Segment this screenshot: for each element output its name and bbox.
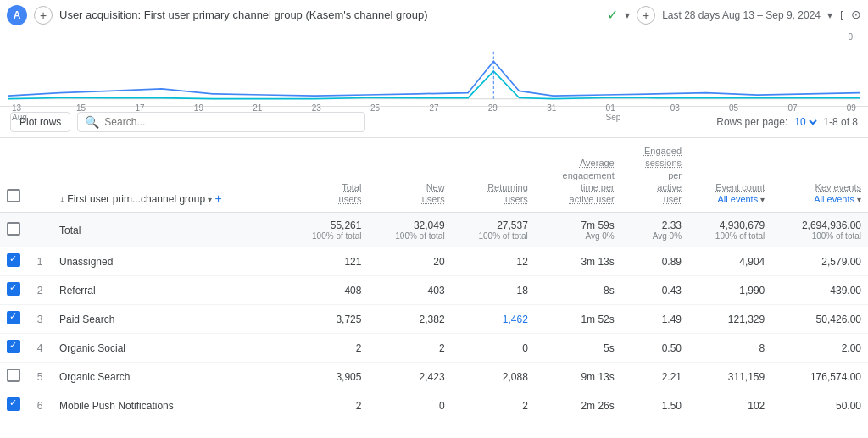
row-5-val-6: 50.00 [771,391,868,418]
header-icons: ⫿ ⊙ [839,8,861,23]
select-all-checkbox[interactable] [7,189,20,202]
row-checkbox-cell[interactable] [0,247,27,276]
row-checkbox[interactable] [7,397,20,411]
row-5-val-2: 2 [452,391,535,418]
row-1-val-5: 1,990 [688,276,771,305]
chart-area: 0 13Aug 15 17 19 21 23 25 27 29 31 01Sep… [0,30,868,107]
row-checkbox-cell[interactable] [0,391,27,418]
row-5-val-5: 102 [688,391,771,418]
col-total-users: Totalusers [285,138,368,213]
row-name-cell: Mobile Push Notifications [53,391,285,418]
row-0-val-0: 121 [285,247,368,276]
row-1-val-2: 18 [452,276,535,305]
row-name-cell: Unassigned [53,247,285,276]
dimension-col-header: ↓ First user prim...channel group ▾ + [53,138,285,213]
row-checkbox[interactable] [7,282,20,296]
row-checkbox[interactable] [7,311,20,324]
row-4-val-0: 3,905 [285,363,368,391]
table-row: 2 Referral 408403188s0.431,990439.00 [0,276,868,305]
col-avg-engagement: Averageengagementtime peractive user [535,138,621,213]
add-report-button[interactable]: + [637,6,655,25]
col-engaged-sessions: Engagedsessionsperactiveuser [621,138,688,213]
row-2-val-0: 3,725 [285,305,368,334]
total-value-4: 2.33 Avg 0% [621,213,688,247]
row-5-val-3: 2m 26s [535,391,621,418]
row-2-val-6: 50,426.00 [771,305,868,334]
page-title: User acquisition: First user primary cha… [59,8,600,21]
dimension-group-button[interactable]: ↓ First user prim...channel group ▾ [59,193,212,205]
avatar: A [7,5,27,25]
row-1-val-6: 439.00 [771,276,868,305]
dropdown-icon[interactable]: ▾ [625,9,630,21]
total-value-3: 7m 59s Avg 0% [535,213,621,247]
row-num-cell: 4 [27,334,53,363]
row-4-val-6: 176,574.00 [771,363,868,391]
row-4-val-1: 2,423 [368,363,451,391]
row-2-val-4: 1.49 [621,305,688,334]
key-events-filter-button[interactable]: All events ▾ [814,194,861,204]
header-bar: A + User acquisition: First user primary… [0,0,868,30]
compare-icon[interactable]: ⫿ [839,8,846,23]
row-num-cell: 3 [27,305,53,334]
row-checkbox-cell[interactable] [0,334,27,363]
row-num-cell: 2 [27,276,53,305]
total-value-6: 2,694,936.00 100% of total [771,213,868,247]
table-row: 1 Unassigned 12120123m 13s0.894,9042,579… [0,247,868,276]
row-5-val-0: 2 [285,391,368,418]
row-checkbox[interactable] [7,369,20,382]
row-0-val-2: 12 [452,247,535,276]
add-dimension-button[interactable]: + [214,191,221,205]
row-2-val-1: 2,382 [368,305,451,334]
header-right: Last 28 days Aug 13 – Sep 9, 2024 ▾ [662,9,832,21]
table-row: 3 Paid Search 3,7252,3821,4621m 52s1.491… [0,305,868,334]
table-row: 5 Organic Search 3,9052,4232,0889m 13s2.… [0,363,868,391]
row-checkbox-cell[interactable] [0,276,27,305]
chart-labels: 13Aug 15 17 19 21 23 25 27 29 31 01Sep 0… [8,103,860,122]
row-num-cell: 5 [27,363,53,391]
date-range[interactable]: Last 28 days Aug 13 – Sep 9, 2024 [662,9,821,21]
row-3-val-0: 2 [285,334,368,363]
col-event-count: Event count All events ▾ [688,138,771,213]
row-0-val-4: 0.89 [621,247,688,276]
row-1-val-3: 8s [535,276,621,305]
row-3-val-2: 0 [452,334,535,363]
select-all-header [0,138,27,213]
row-3-val-6: 2.00 [771,334,868,363]
date-dropdown-icon[interactable]: ▾ [827,9,832,21]
row-1-val-4: 0.43 [621,276,688,305]
row-checkbox-cell[interactable] [0,305,27,334]
row-1-val-0: 408 [285,276,368,305]
row-3-val-5: 8 [688,334,771,363]
row-5-val-1: 0 [368,391,451,418]
share-icon[interactable]: ⊙ [851,8,861,23]
row-checkbox[interactable] [7,253,20,267]
total-value-0: 55,261 100% of total [285,213,368,247]
row-name-cell: Organic Social [53,334,285,363]
table-row: 4 Organic Social 2205s0.5082.00 [0,334,868,363]
total-checkbox-cell[interactable] [0,213,27,247]
data-table: ↓ First user prim...channel group ▾ + To… [0,138,868,418]
row-0-val-1: 20 [368,247,451,276]
table-container: ↓ First user prim...channel group ▾ + To… [0,138,868,418]
num-col-header [27,138,53,213]
total-value-5: 4,930,679 100% of total [688,213,771,247]
row-3-val-3: 5s [535,334,621,363]
chart-svg [8,42,860,101]
row-num-cell: 1 [27,247,53,276]
row-checkbox-cell[interactable] [0,363,27,391]
event-count-filter-button[interactable]: All events ▾ [717,194,765,204]
row-3-val-4: 0.50 [621,334,688,363]
row-3-val-1: 2 [368,334,451,363]
col-key-events: Key events All events ▾ [771,138,868,213]
add-tab-button[interactable]: + [34,6,53,25]
row-0-val-5: 4,904 [688,247,771,276]
row-2-val-5: 121,329 [688,305,771,334]
row-num-cell: 6 [27,391,53,418]
total-row-checkbox[interactable] [7,222,20,236]
row-4-val-4: 2.21 [621,363,688,391]
row-checkbox[interactable] [7,340,20,353]
row-0-val-3: 3m 13s [535,247,621,276]
total-row: Total 55,261 100% of total 32,049 100% o… [0,213,868,247]
row-name-cell: Organic Search [53,363,285,391]
chart-zero-label: 0 [848,32,853,42]
